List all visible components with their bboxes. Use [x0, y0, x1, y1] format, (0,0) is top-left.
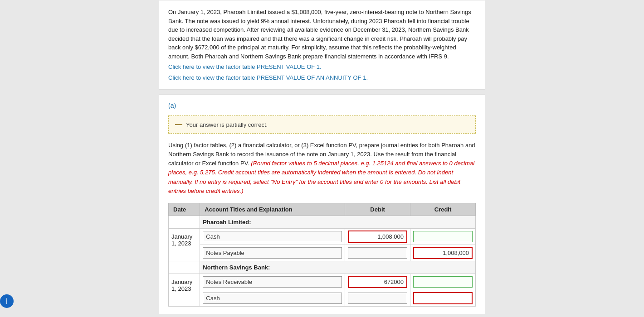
header-date: Date	[169, 203, 200, 216]
northern-credit1-input[interactable]	[413, 276, 473, 288]
pharoah-row2	[169, 245, 476, 261]
pharoah-credit2-cell[interactable]	[410, 245, 476, 261]
problem-box: On January 1, 2023, Pharoah Limited issu…	[159, 0, 485, 90]
pharoah-debit1-input[interactable]	[348, 231, 407, 243]
section-a-box: (a) — Your answer is partially correct. …	[159, 94, 485, 314]
pharoah-date: January1, 2023	[169, 228, 200, 261]
northern-account2-input[interactable]	[203, 293, 342, 304]
northern-debit2-cell[interactable]	[345, 290, 410, 306]
header-credit: Credit	[410, 203, 476, 216]
page-wrapper: i On January 1, 2023, Pharoah Limited is…	[0, 0, 644, 317]
pharoah-row1: January1, 2023	[169, 228, 476, 245]
northern-account1-input[interactable]	[203, 276, 342, 288]
partial-banner: — Your answer is partially correct.	[168, 115, 476, 134]
northern-debit2-input[interactable]	[348, 293, 407, 304]
section-label: (a)	[168, 102, 476, 109]
northern-label: Northern Savings Bank:	[200, 261, 476, 274]
northern-account1-cell[interactable]	[200, 274, 345, 290]
pharoah-account1-cell[interactable]	[200, 228, 345, 245]
pharoah-credit2-input[interactable]	[413, 247, 473, 259]
northern-credit2-cell[interactable]	[410, 290, 476, 306]
partial-icon: —	[175, 120, 182, 129]
pharoah-credit1-input[interactable]	[413, 231, 473, 242]
northern-row2	[169, 290, 476, 306]
northern-debit1-cell[interactable]	[345, 274, 410, 290]
pharoah-label: Pharoah Limited:	[200, 216, 476, 228]
northern-credit1-cell[interactable]	[410, 274, 476, 290]
instructions: Using (1) factor tables, (2) a financial…	[168, 141, 476, 196]
header-account: Account Titles and Explanation	[200, 203, 345, 216]
header-debit: Debit	[345, 203, 410, 216]
pharoah-credit1-cell[interactable]	[410, 228, 476, 245]
pharoah-account2-cell[interactable]	[200, 245, 345, 261]
northern-credit2-input[interactable]	[413, 292, 473, 304]
pharoah-debit1-cell[interactable]	[345, 228, 410, 245]
link-pv2[interactable]: Click here to view the factor table PRES…	[168, 73, 476, 82]
pharoah-label-row: Pharoah Limited:	[169, 216, 476, 228]
northern-row1: January1, 2023	[169, 274, 476, 290]
problem-text: On January 1, 2023, Pharoah Limited issu…	[168, 8, 476, 61]
pharoah-debit2-cell[interactable]	[345, 245, 410, 261]
pharoah-debit2-input[interactable]	[348, 247, 407, 259]
sidebar-icon[interactable]: i	[0, 294, 14, 308]
journal-table: Date Account Titles and Explanation Debi…	[168, 203, 476, 307]
pharoah-account1-input[interactable]	[203, 231, 342, 242]
northern-debit1-input[interactable]	[348, 276, 407, 288]
northern-account2-cell[interactable]	[200, 290, 345, 306]
northern-label-row: Northern Savings Bank:	[169, 261, 476, 274]
main-content: On January 1, 2023, Pharoah Limited issu…	[159, 0, 485, 317]
northern-date: January1, 2023	[169, 274, 200, 306]
pharoah-account2-input[interactable]	[203, 247, 342, 259]
link-pv1[interactable]: Click here to view the factor table PRES…	[168, 62, 476, 72]
banner-text: Your answer is partially correct.	[186, 121, 268, 128]
